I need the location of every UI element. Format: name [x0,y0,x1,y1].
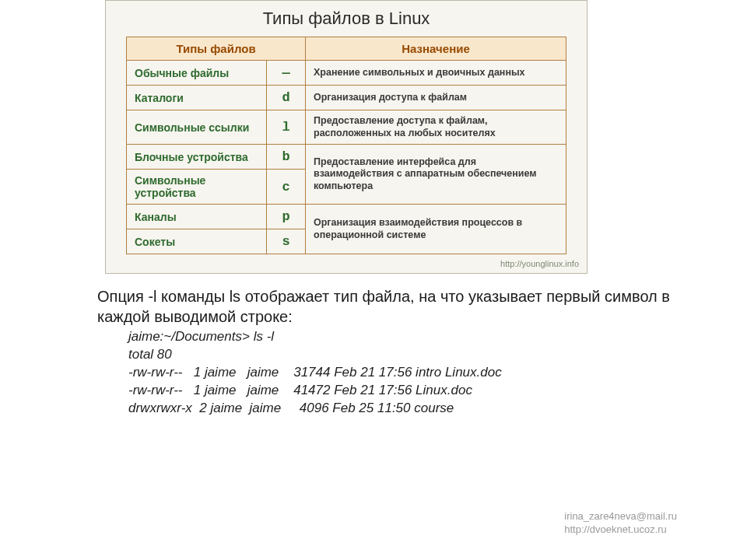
type-desc: Организация взаимодействия процессов в о… [306,205,566,254]
table-row: Символьные ссылки l Предоставление досту… [127,110,566,145]
terminal-output: jaime:~/Documents> ls -l total 80 -rw-rw… [128,328,700,418]
type-name: Обычные файлы [127,61,267,86]
table-row: Каналы p Организация взаимодействия проц… [127,205,566,229]
type-desc: Организация доступа к файлам [306,86,566,110]
type-symbol: d [267,86,306,110]
type-symbol: l [267,110,306,145]
table-title: Типы файлов в Linux [126,9,566,29]
header-purpose: Назначение [306,37,566,61]
terminal-line: drwxrwxr-x 2 jaime jaime 4096 Feb 25 11:… [128,401,454,415]
terminal-line: total 80 [128,347,172,362]
type-symbol: p [267,205,306,229]
table-source-link: http://younglinux.info [500,259,579,268]
slide-footer: irina_zare4neva@mail.ru http://dvoeknet.… [564,510,677,537]
terminal-line: jaime:~/Documents> ls -l [128,329,274,344]
terminal-line: -rw-rw-r-- 1 jaime jaime 31744 Feb 21 17… [128,365,502,380]
type-symbol: — [267,61,306,86]
type-name: Каналы [127,205,267,229]
filetype-table-card: Типы файлов в Linux Типы файлов Назначен… [105,0,587,274]
type-name: Сокеты [127,229,267,254]
footer-email: irina_zare4neva@mail.ru [564,510,677,523]
type-symbol: b [267,145,306,170]
table-row: Блочные устройства b Предоставление инте… [127,145,566,170]
type-name: Символьные ссылки [127,110,267,145]
type-desc: Хранение символьных и двоичных данных [306,61,566,86]
table-row: Обычные файлы — Хранение символьных и дв… [127,61,566,86]
paragraph: Опция -l команды ls отображает тип файла… [97,286,700,327]
type-symbol: с [267,170,306,205]
filetype-table: Типы файлов Назначение Обычные файлы — Х… [126,37,566,254]
terminal-line: -rw-rw-r-- 1 jaime jaime 41472 Feb 21 17… [128,383,472,397]
footer-url: http://dvoeknet.ucoz.ru [564,523,677,537]
type-name: Каталоги [127,86,267,110]
type-symbol: s [267,229,306,254]
type-name: Блочные устройства [127,145,267,170]
table-row: Каталоги d Организация доступа к файлам [127,86,566,110]
type-name: Символьные устройства [127,170,267,205]
header-type: Типы файлов [127,37,306,61]
type-desc: Предоставление доступа к файлам, располо… [306,110,566,145]
type-desc: Предоставление интерфейса для взаимодейс… [306,145,566,205]
